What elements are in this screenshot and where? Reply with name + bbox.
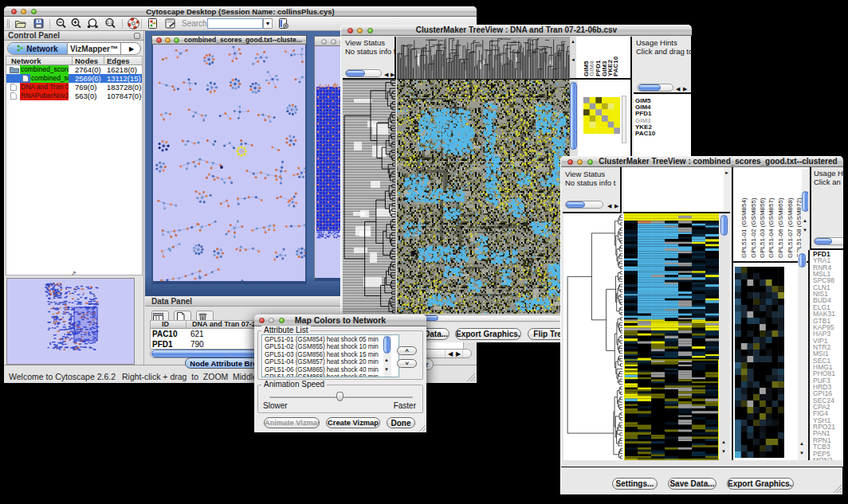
svg-text:1:1: 1:1 (107, 20, 112, 25)
